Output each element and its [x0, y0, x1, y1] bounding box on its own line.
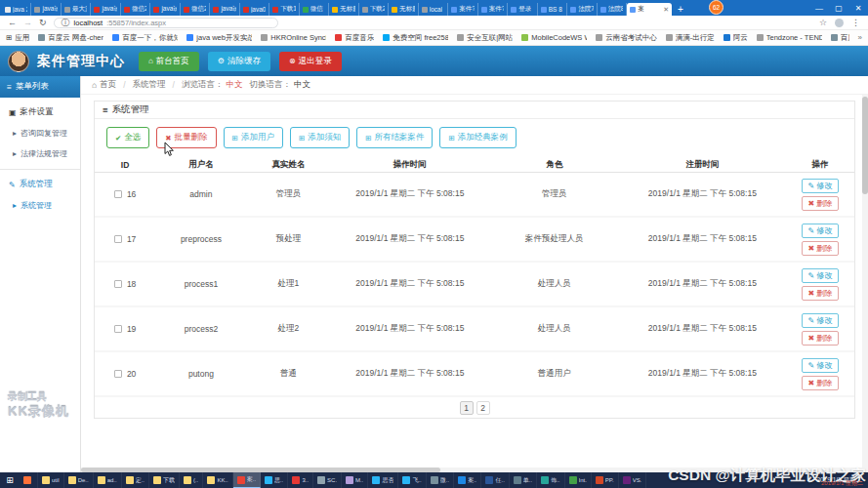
header-action-button[interactable]: ⊗ 退出登录: [279, 52, 342, 71]
switch-language-value[interactable]: 中文: [294, 79, 310, 91]
taskbar-item[interactable]: 下载: [149, 472, 180, 488]
taskbar-item[interactable]: De..: [64, 472, 94, 488]
taskbar-item[interactable]: Int.: [565, 472, 592, 488]
taskbar-item[interactable]: 案..: [454, 472, 481, 488]
bookmark-item[interactable]: java web开发实战I: [186, 33, 252, 43]
taskbar-item[interactable]: 单..: [510, 472, 537, 488]
taskbar-item[interactable]: 饰..: [537, 472, 564, 488]
browser-tab[interactable]: java试 ✕: [91, 3, 120, 16]
browser-tab[interactable]: 无标题 ✕: [389, 3, 418, 16]
browser-tab[interactable]: 无标题 ✕: [329, 3, 358, 16]
edit-button[interactable]: ✎修改: [802, 224, 839, 238]
bookmark-item[interactable]: 百度音乐: [335, 33, 374, 43]
start-button[interactable]: ⊞: [0, 472, 20, 488]
taskbar-item[interactable]: KK..: [203, 472, 232, 488]
bookmark-item[interactable]: MobileCodeWS W: [521, 33, 587, 42]
url-input[interactable]: ⓘ localhost:55857/index.aspx: [54, 18, 278, 28]
header-action-button[interactable]: ⚙ 清除缓存: [208, 52, 270, 71]
browser-tab[interactable]: java0 ✕: [240, 3, 269, 16]
browser-tab[interactable]: 案件? ✕: [478, 3, 508, 16]
browser-tab[interactable]: 法院7 ✕: [567, 3, 597, 16]
taskbar-item[interactable]: 定..: [122, 472, 149, 488]
bookmark-item[interactable]: 免费空间 free258.c: [383, 33, 448, 43]
row-checkbox[interactable]: [114, 280, 122, 288]
taskbar-item[interactable]: [20, 472, 38, 488]
row-checkbox[interactable]: [114, 370, 122, 378]
bookmark-item[interactable]: 百度云 网盘-bagal: [831, 33, 849, 43]
taskbar-item[interactable]: ad..: [94, 472, 122, 488]
taskbar-item[interactable]: 案..: [233, 472, 261, 488]
bookmark-item[interactable]: HKROnline Synchr: [261, 33, 326, 42]
bookmark-item[interactable]: Tendzone - TENDZ: [757, 33, 822, 42]
window-control-button[interactable]: —: [809, 4, 829, 13]
toolbar-button[interactable]: ⊞ 添加须知: [290, 127, 350, 148]
row-checkbox[interactable]: [114, 190, 122, 198]
sidebar-item[interactable]: ▣ 案件设置: [0, 98, 80, 123]
browser-tab[interactable]: 法院8 ✕: [598, 3, 627, 16]
bookmark-item[interactable]: 安全互联|网站: [457, 33, 513, 43]
sidebar-item[interactable]: ✎ 系统管理: [0, 169, 80, 195]
browser-tab[interactable]: java 2 ✕: [2, 3, 31, 16]
sidebar-item[interactable]: ▸ 法律法规管理: [0, 143, 80, 164]
delete-button[interactable]: ✖删除: [802, 241, 839, 256]
toolbar-button[interactable]: ✔ 全选: [106, 127, 149, 148]
edit-button[interactable]: ✎修改: [802, 268, 839, 283]
reload-icon[interactable]: ↻: [39, 18, 47, 27]
bookmark-item[interactable]: 阿云: [723, 33, 748, 43]
site-info-icon[interactable]: ⓘ: [62, 17, 70, 29]
taskbar-item[interactable]: 任..: [481, 472, 509, 488]
page-number-button[interactable]: 2: [476, 401, 490, 415]
taskbar-item[interactable]: PP.: [592, 472, 619, 488]
notification-badge[interactable]: 62: [709, 0, 723, 15]
apps-shortcut[interactable]: ⊞应用: [6, 33, 29, 43]
delete-button[interactable]: ✖删除: [802, 196, 839, 211]
taskbar-item[interactable]: util: [38, 472, 64, 488]
browser-tab[interactable]: 微信 ✕: [300, 3, 329, 16]
bookmark-star-icon[interactable]: ☆: [819, 18, 827, 27]
window-control-button[interactable]: ✕: [848, 4, 868, 13]
delete-button[interactable]: ✖删除: [802, 376, 839, 390]
bookmark-item[interactable]: 滴滴-出行定: [666, 33, 715, 43]
profile-icon[interactable]: [835, 19, 844, 27]
breadcrumb-home[interactable]: ⌂首页: [92, 79, 116, 91]
browser-tab[interactable]: 微信2 ✕: [121, 3, 150, 16]
sidebar-item[interactable]: ▸ 咨询回复管理: [0, 123, 80, 143]
taskbar-item[interactable]: M..: [342, 472, 368, 488]
edit-button[interactable]: ✎修改: [802, 179, 839, 193]
row-checkbox[interactable]: [114, 235, 122, 243]
bookmarks-overflow-icon[interactable]: »: [858, 33, 862, 42]
browser-tab[interactable]: java试 ✕: [31, 3, 61, 16]
bookmark-item[interactable]: 百度一下，你就知道: [112, 33, 178, 43]
browser-tab[interactable]: 登录 ✕: [508, 3, 537, 16]
header-action-button[interactable]: ⌂ 前台首页: [139, 52, 199, 71]
browser-tab[interactable]: 下载1 ✕: [269, 3, 299, 16]
toolbar-button[interactable]: ⊞ 添加用户: [224, 127, 283, 148]
edit-button[interactable]: ✎修改: [802, 313, 839, 328]
browser-tab[interactable]: 下载2 ✕: [359, 3, 389, 16]
new-tab-button[interactable]: +: [672, 4, 689, 16]
taskbar-item[interactable]: SC.: [313, 472, 342, 488]
taskbar-item[interactable]: 思否: [368, 472, 398, 488]
delete-button[interactable]: ✖删除: [802, 331, 839, 346]
browser-tab[interactable]: local ✕: [419, 3, 448, 16]
browser-tab[interactable]: 案件? ✕: [448, 3, 477, 16]
vertical-scrollbar[interactable]: [862, 95, 868, 472]
window-control-button[interactable]: ▢: [829, 4, 848, 13]
browser-tab[interactable]: 案 ✕: [627, 3, 672, 16]
browser-menu-icon[interactable]: ⋮: [851, 18, 860, 27]
browser-tab[interactable]: java试 ✕: [210, 3, 239, 16]
taskbar-item[interactable]: VS.: [619, 472, 647, 488]
page-number-button[interactable]: 1: [460, 401, 474, 415]
edit-button[interactable]: ✎修改: [802, 358, 839, 373]
taskbar-item[interactable]: 飞..: [398, 472, 426, 488]
browser-tab[interactable]: java试 ✕: [150, 3, 180, 16]
back-icon[interactable]: ←: [8, 18, 17, 27]
bookmark-item[interactable]: 云南省考试中心: [596, 33, 657, 43]
toolbar-button[interactable]: ⊞ 所有结案案件: [356, 127, 433, 148]
row-checkbox[interactable]: [114, 325, 122, 333]
delete-button[interactable]: ✖删除: [802, 286, 839, 301]
taskbar-item[interactable]: 思..: [261, 472, 288, 488]
breadcrumb-section[interactable]: 系统管理: [133, 79, 166, 91]
browser-tab[interactable]: 微信2 ✕: [181, 3, 210, 16]
taskbar-item[interactable]: 3..: [288, 472, 313, 488]
